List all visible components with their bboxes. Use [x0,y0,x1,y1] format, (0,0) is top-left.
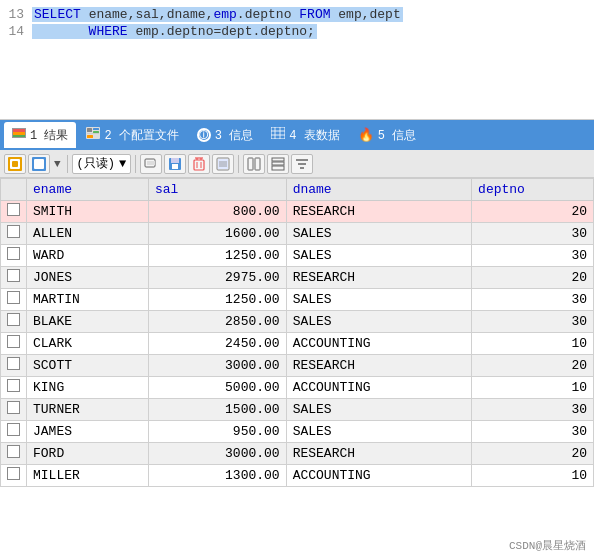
table-row[interactable]: TURNER1500.00SALES30 [1,399,594,421]
checkbox[interactable] [7,269,20,282]
checkbox[interactable] [7,379,20,392]
row-checkbox-cell[interactable] [1,289,27,311]
data-grid[interactable]: ename sal dname deptno SMITH800.00RESEAR… [0,178,594,559]
toolbar-edit-btn[interactable] [28,154,50,174]
row-checkbox-cell[interactable] [1,421,27,443]
checkbox[interactable] [7,203,20,216]
row-checkbox-cell[interactable] [1,267,27,289]
toolbar-sep2 [135,155,136,173]
cell-sal: 1300.00 [148,465,286,487]
table-row[interactable]: CLARK2450.00ACCOUNTING10 [1,333,594,355]
table-header-row: ename sal dname deptno [1,179,594,201]
tab-info2[interactable]: 🔥 5 信息 [350,122,424,148]
row-checkbox-cell[interactable] [1,311,27,333]
cell-deptno: 20 [472,267,594,289]
checkbox[interactable] [7,291,20,304]
table-row[interactable]: KING5000.00ACCOUNTING10 [1,377,594,399]
toolbar-sep3 [238,155,239,173]
line-number-14: 14 [0,24,32,39]
cell-dname: RESEARCH [286,443,471,465]
cell-sal: 1250.00 [148,245,286,267]
checkbox[interactable] [7,401,20,414]
table-row[interactable]: ALLEN1600.00SALES30 [1,223,594,245]
svg-rect-1 [87,128,92,132]
row-checkbox-cell[interactable] [1,355,27,377]
tab-info-label: 3 信息 [215,127,253,144]
row-checkbox-cell[interactable] [1,333,27,355]
cell-deptno: 30 [472,289,594,311]
col-sal: sal [148,179,286,201]
toolbar-refresh-btn[interactable] [140,154,162,174]
table-row[interactable]: WARD1250.00SALES30 [1,245,594,267]
toolbar-filter-btn[interactable] [291,154,313,174]
toolbar-delete-btn[interactable] [188,154,210,174]
table-row[interactable]: BLAKE2850.00SALES30 [1,311,594,333]
checkbox[interactable] [7,423,20,436]
checkbox[interactable] [7,313,20,326]
toolbar-export-btn[interactable] [212,154,234,174]
svg-rect-17 [147,161,155,165]
row-checkbox-cell[interactable] [1,443,27,465]
toolbar-columns-btn[interactable] [243,154,265,174]
cell-sal: 5000.00 [148,377,286,399]
cell-dname: SALES [286,289,471,311]
row-checkbox-cell[interactable] [1,465,27,487]
checkbox[interactable] [7,357,20,370]
cell-dname: SALES [286,223,471,245]
toolbar-dropdown-arrow[interactable]: ▼ [52,158,63,170]
row-checkbox-cell[interactable] [1,223,27,245]
toolbar-save-btn[interactable] [164,154,186,174]
checkbox[interactable] [7,247,20,260]
cell-ename: FORD [27,443,149,465]
toolbar-add-btn[interactable] [4,154,26,174]
cell-sal: 950.00 [148,421,286,443]
table-row[interactable]: SCOTT3000.00RESEARCH20 [1,355,594,377]
table-row[interactable]: MILLER1300.00ACCOUNTING10 [1,465,594,487]
tab-results[interactable]: 1 结果 [4,122,76,148]
table-row[interactable]: SMITH800.00RESEARCH20 [1,201,594,223]
svg-rect-32 [248,158,253,170]
table-row[interactable]: JONES2975.00RESEARCH20 [1,267,594,289]
cell-sal: 1500.00 [148,399,286,421]
sql-text-14: WHERE emp.deptno=dept.deptno; [32,24,317,39]
tab-tabledata[interactable]: 4 表数据 [263,122,347,148]
dropdown-arrow: ▼ [119,157,126,171]
tabs-bar: 1 结果 2 个配置文件 ⓘ 3 信息 [0,120,594,150]
cell-ename: KING [27,377,149,399]
cell-sal: 1600.00 [148,223,286,245]
sql-line-14: 14 WHERE emp.deptno=dept.deptno; [0,23,594,40]
svg-rect-2 [93,128,99,130]
row-checkbox-cell[interactable] [1,201,27,223]
row-checkbox-cell[interactable] [1,399,27,421]
tab-config[interactable]: 2 个配置文件 [78,122,186,148]
results-table: ename sal dname deptno SMITH800.00RESEAR… [0,178,594,487]
table-row[interactable]: JAMES950.00SALES30 [1,421,594,443]
cell-ename: JAMES [27,421,149,443]
cell-sal: 2850.00 [148,311,286,333]
tab-info[interactable]: ⓘ 3 信息 [189,122,261,148]
cell-ename: SMITH [27,201,149,223]
toolbar-readonly-dropdown[interactable]: (只读) ▼ [72,154,132,174]
svg-rect-20 [172,164,178,169]
line-number-13: 13 [0,7,32,22]
col-checkbox [1,179,27,201]
cell-ename: JONES [27,267,149,289]
table-row[interactable]: FORD3000.00RESEARCH20 [1,443,594,465]
checkbox[interactable] [7,335,20,348]
sql-editor[interactable]: 13 SELECT ename,sal,dname,emp.deptno FRO… [0,0,594,120]
row-checkbox-cell[interactable] [1,245,27,267]
cell-deptno: 10 [472,333,594,355]
cell-sal: 3000.00 [148,355,286,377]
checkbox[interactable] [7,445,20,458]
cell-ename: ALLEN [27,223,149,245]
readonly-label: (只读) [77,155,115,172]
checkbox[interactable] [7,225,20,238]
cell-ename: BLAKE [27,311,149,333]
toolbar-rows-btn[interactable] [267,154,289,174]
cell-ename: WARD [27,245,149,267]
svg-rect-35 [272,162,284,165]
checkbox[interactable] [7,467,20,480]
table-row[interactable]: MARTIN1250.00SALES30 [1,289,594,311]
row-checkbox-cell[interactable] [1,377,27,399]
col-ename: ename [27,179,149,201]
